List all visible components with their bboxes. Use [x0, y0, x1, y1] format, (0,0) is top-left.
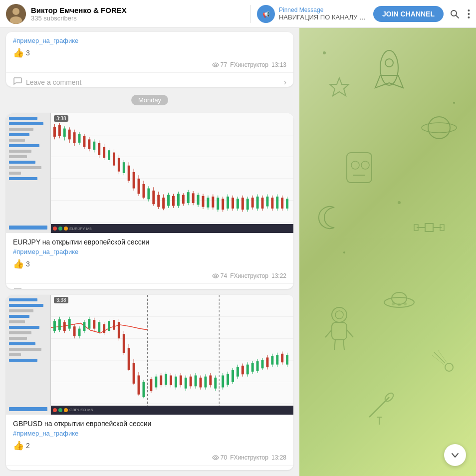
channel-info: Виктор Емченко & FOREX 335 subscribers: [31, 6, 244, 22]
prev-thumb-icon: 👍: [13, 47, 24, 58]
prev-comment-left: Leave a comment: [13, 77, 81, 87]
svg-point-226: [453, 102, 455, 104]
message-card-0: 3:38: [6, 113, 293, 288]
header-icon-group: [450, 9, 470, 19]
chart-gbpusd: 3:38: [6, 295, 293, 415]
svg-line-6: [456, 15, 459, 18]
chart-bottom-label-1: GBPUSD M5: [69, 408, 93, 412]
pinned-message-area: 📢 Pinned Message НАВИГАЦИЯ ПО КАНАЛУ #в.…: [250, 5, 366, 23]
prev-message-body: #пример_на_графике 👍 3 77 FXинструктор 1…: [6, 32, 293, 72]
msg1-body: GBPUSD на открытии европейской сессии #п…: [6, 415, 293, 465]
svg-point-240: [335, 311, 343, 319]
svg-point-215: [380, 50, 398, 85]
msg0-view-count: 74: [221, 272, 227, 279]
svg-line-242: [325, 330, 332, 337]
msg0-thumb-icon: 👍: [13, 258, 24, 269]
msg1-thumb-icon: 👍: [13, 440, 24, 451]
svg-rect-229: [425, 224, 433, 232]
chart-main-1: 3:38: [51, 295, 293, 415]
chat-area[interactable]: #пример_на_графике 👍 3 77 FXинструктор 1…: [0, 28, 299, 476]
pinned-channel-icon: 📢: [257, 5, 275, 23]
channel-avatar: [6, 4, 26, 24]
prev-like-section: 👍 3: [13, 47, 286, 58]
msg0-bubble-icon: [13, 288, 22, 288]
chart-dot-red: [53, 227, 57, 231]
pinned-label: Pinned Message: [279, 6, 366, 13]
msg0-text: EURJPY на открытии европейской сессии: [13, 238, 286, 246]
chart-main-0: 3:38: [51, 113, 293, 233]
main-content: #пример_на_графике 👍 3 77 FXинструктор 1…: [0, 28, 476, 476]
svg-point-112: [215, 275, 217, 277]
prev-time: 13:13: [271, 61, 286, 68]
right-decorative-panel: [299, 28, 476, 476]
svg-point-222: [351, 161, 359, 169]
more-options-button[interactable]: [468, 9, 470, 19]
message-card-prev: #пример_на_графике 👍 3 77 FXинструктор 1…: [6, 32, 293, 87]
prev-comment-label: Leave a comment: [26, 78, 81, 86]
svg-point-214: [215, 457, 217, 459]
svg-point-217: [385, 59, 393, 67]
pinned-text-block: Pinned Message НАВИГАЦИЯ ПО КАНАЛУ #в...: [279, 6, 366, 21]
svg-point-237: [398, 303, 401, 306]
subscriber-count: 335 subscribers: [31, 14, 244, 22]
chart-bottom-bar-1: GBPUSD M5: [51, 406, 293, 415]
chart-dot-orange-1: [64, 408, 68, 412]
msg0-author: FXинструктор: [230, 272, 268, 279]
prev-comment-arrow: ›: [284, 78, 286, 87]
svg-point-246: [445, 363, 453, 371]
svg-point-10: [215, 64, 217, 66]
chart-bottom-bar-0: EURJPY M5: [51, 224, 293, 233]
prev-view-count: 77: [221, 61, 227, 68]
day-badge: Monday: [131, 95, 168, 105]
chart-bottom-label: EURJPY M5: [69, 227, 92, 231]
msg0-views: 74: [212, 272, 227, 279]
eye-icon: [212, 62, 219, 67]
chart-left-panel-1: [6, 295, 51, 415]
msg1-meta: 70 FXинструктор 13:28: [13, 454, 286, 461]
svg-point-235: [392, 292, 407, 304]
msg0-like-count: 3: [26, 260, 30, 268]
prev-meta: 77 FXинструктор 13:13: [13, 61, 286, 68]
prev-hashtag[interactable]: #пример_на_графике: [13, 37, 286, 44]
msg1-like-count: 2: [26, 442, 30, 450]
msg1-hashtag[interactable]: #пример_на_графике: [13, 430, 286, 437]
prev-views: 77: [212, 61, 227, 68]
pinned-message-text: НАВИГАЦИЯ ПО КАНАЛУ #в...: [279, 13, 366, 21]
svg-line-250: [369, 397, 389, 417]
chart-left-panel-0: [6, 113, 51, 233]
svg-text:📢: 📢: [262, 10, 269, 18]
search-button[interactable]: [450, 9, 460, 19]
msg1-views: 70: [212, 454, 227, 461]
prev-comment-row[interactable]: Leave a comment ›: [6, 72, 293, 87]
svg-line-244: [334, 340, 335, 350]
prev-bubble-icon: [13, 77, 22, 87]
background-doodles: [299, 28, 476, 476]
msg1-comment-row[interactable]: Leave a comment ›: [6, 465, 293, 470]
svg-marker-218: [330, 78, 349, 96]
msg1-view-count: 70: [221, 454, 227, 461]
scroll-to-bottom-button[interactable]: [444, 444, 466, 466]
prev-author: FXинструктор: [230, 61, 268, 68]
svg-line-243: [347, 330, 353, 337]
msg0-comment-left: Leave a comment: [13, 288, 81, 288]
svg-point-9: [468, 16, 470, 18]
prev-like-count: 3: [26, 49, 30, 57]
svg-marker-216: [375, 75, 403, 88]
msg1-comment-left: Leave a comment: [13, 470, 81, 470]
chart-eurjpy: 3:38: [6, 113, 293, 233]
svg-point-7: [468, 9, 470, 11]
msg1-bubble-icon: [13, 470, 22, 470]
svg-point-225: [323, 51, 326, 54]
msg1-time: 13:28: [271, 454, 286, 461]
svg-point-220: [422, 123, 457, 133]
svg-point-5: [451, 10, 457, 16]
msg0-like-section: 👍 3: [13, 258, 286, 269]
msg0-hashtag[interactable]: #пример_на_графике: [13, 248, 286, 255]
msg0-time: 13:22: [271, 272, 286, 279]
chart-dot-green: [58, 227, 62, 231]
msg0-comment-row[interactable]: Leave a comment ›: [6, 283, 293, 288]
msg1-text: GBPUSD на открытии европейской сессии: [13, 420, 286, 428]
join-channel-button[interactable]: JOIN CHANNEL: [373, 6, 444, 22]
svg-point-239: [332, 307, 347, 322]
svg-point-1: [12, 8, 19, 15]
